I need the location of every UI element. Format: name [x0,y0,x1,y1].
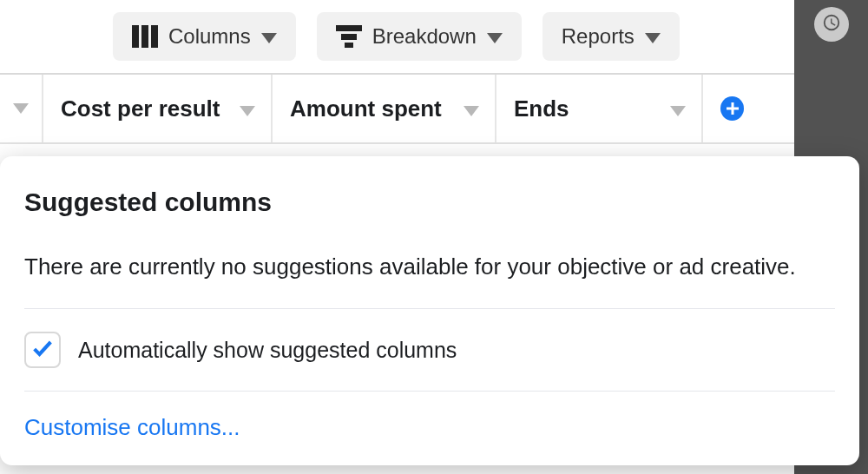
column-cost-per-result[interactable]: Cost per result [43,75,273,142]
column-header-label: Ends [514,95,661,122]
chevron-down-icon [261,24,277,49]
svg-rect-1 [141,25,148,48]
breakdown-button-label: Breakdown [372,24,477,49]
columns-button-label: Columns [168,24,251,49]
svg-rect-2 [151,25,158,48]
chevron-down-icon[interactable] [670,95,686,122]
suggested-columns-popover: Suggested columns There are currently no… [0,156,859,465]
chevron-down-icon [487,24,503,49]
auto-show-label: Automatically show suggested columns [78,338,457,363]
svg-rect-7 [727,108,739,110]
chevron-down-icon[interactable] [464,95,479,122]
svg-rect-0 [132,25,139,48]
column-amount-spent[interactable]: Amount spent [273,75,496,142]
column-sort-prev[interactable] [0,75,43,142]
column-header-label: Amount spent [290,95,455,122]
breakdown-button[interactable]: Breakdown [317,12,522,61]
reports-button-label: Reports [562,24,635,49]
auto-show-row: Automatically show suggested columns [24,309,835,392]
svg-rect-5 [345,43,353,48]
chevron-down-icon[interactable] [240,95,255,122]
columns-icon [132,25,158,48]
check-icon [30,336,55,364]
columns-button[interactable]: Columns [113,12,296,61]
plus-icon [720,96,744,121]
clock-icon [822,13,841,36]
chevron-down-icon [645,24,661,49]
svg-rect-3 [336,25,362,31]
table-header: Cost per result Amount spent Ends [0,73,794,144]
customise-columns-link[interactable]: Customise columns... [24,392,240,441]
activity-history-button[interactable] [814,7,849,42]
column-header-label: Cost per result [61,95,231,122]
popover-message: There are currently no suggestions avail… [24,253,835,309]
column-ends[interactable]: Ends [496,75,703,142]
svg-rect-4 [341,34,357,40]
popover-title: Suggested columns [24,188,835,217]
reports-button[interactable]: Reports [542,12,680,61]
toolbar: Columns Breakdown Reports [0,0,794,73]
breakdown-icon [336,25,362,48]
add-column-button[interactable] [703,75,760,142]
auto-show-checkbox[interactable] [24,332,61,368]
